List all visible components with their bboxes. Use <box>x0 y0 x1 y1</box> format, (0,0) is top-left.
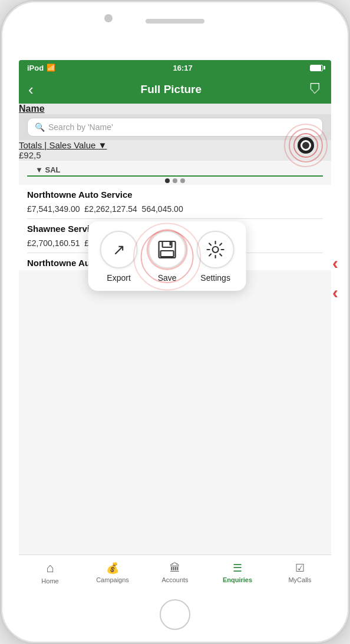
search-input-box[interactable]: 🔍 Search by 'Name' <box>27 118 323 137</box>
export-label: Export <box>107 273 130 283</box>
record-button[interactable] <box>298 137 314 154</box>
campaigns-nav-icon: 💰 <box>106 562 119 575</box>
status-time: 16:17 <box>173 64 192 72</box>
company-name-1: Northtowne Auto Service <box>19 185 331 202</box>
filter-button[interactable]: ⛉ <box>309 82 322 97</box>
mycalls-nav-icon: ☑ <box>295 562 305 575</box>
settings-button[interactable]: Settings <box>197 231 235 283</box>
value-preview: £92,5 <box>19 150 41 160</box>
volume-button <box>0 119 1 154</box>
search-icon: 🔍 <box>35 122 45 132</box>
company-values-1: £7,541,349.00 £2,262,127.54 564,045.00 <box>19 202 331 218</box>
nav-home[interactable]: ⌂ Home <box>19 555 81 590</box>
settings-label: Settings <box>200 273 230 283</box>
back-button[interactable]: ‹ <box>28 81 34 99</box>
phone-device: iPod 📶 16:17 ‹ Full Picture ⛉ Name <box>0 0 350 644</box>
save-button[interactable]: Save <box>148 231 186 283</box>
svg-point-4 <box>213 247 219 253</box>
search-placeholder: Search by 'Name' <box>48 122 113 132</box>
app-header: ‹ Full Picture ⛉ <box>19 75 331 104</box>
nav-enquiries[interactable]: ☰ Enquiries <box>206 555 269 590</box>
name-label: Name <box>19 104 45 114</box>
enquiries-nav-label: Enquiries <box>223 576 252 583</box>
nav-campaigns[interactable]: 💰 Campaigns <box>81 555 144 590</box>
sales-value-label: Sales Value <box>49 140 95 150</box>
swipe-arrow-2[interactable]: ‹ <box>332 284 338 301</box>
bottom-navigation: ⌂ Home 💰 Campaigns 🏛 Accounts ☰ Enquirie… <box>19 555 331 590</box>
battery-fill <box>311 65 321 71</box>
svg-rect-3 <box>170 241 171 245</box>
save-icon <box>157 239 178 260</box>
accounts-nav-label: Accounts <box>161 576 188 583</box>
status-bar: iPod 📶 16:17 <box>19 60 331 75</box>
swipe-arrow-1[interactable]: ‹ <box>332 254 338 272</box>
mycalls-nav-label: MyCalls <box>288 576 311 583</box>
export-icon-wrap: ↗ <box>100 231 138 268</box>
enquiries-nav-icon: ☰ <box>233 562 242 575</box>
screen: iPod 📶 16:17 ‹ Full Picture ⛉ Name <box>19 60 331 590</box>
record-inner <box>301 140 311 151</box>
status-right <box>310 65 323 71</box>
save-icon-wrap <box>148 231 186 268</box>
dot-3[interactable] <box>180 178 185 183</box>
export-icon: ↗ <box>113 241 126 259</box>
device-name: iPod <box>27 64 44 72</box>
home-nav-label: Home <box>41 577 58 585</box>
settings-icon-wrap <box>197 231 235 268</box>
settings-icon <box>205 239 226 260</box>
svg-rect-2 <box>161 251 174 257</box>
phone-speaker <box>146 19 204 24</box>
export-button[interactable]: ↗ Export <box>100 231 138 283</box>
record-ripple-container <box>284 124 328 167</box>
battery-icon <box>310 65 323 71</box>
wifi-icon: 📶 <box>47 64 55 72</box>
dot-1[interactable] <box>165 178 170 183</box>
main-content: Name 🔍 Search by 'Name' Totals | Sales V… <box>19 104 331 555</box>
name-section: Name <box>19 104 331 114</box>
svg-rect-0 <box>159 241 176 258</box>
nav-accounts[interactable]: 🏛 Accounts <box>144 555 206 590</box>
totals-label: Totals | Sales Value ▼ <box>19 140 107 150</box>
totals-row: Totals | Sales Value ▼ <box>19 140 331 150</box>
accounts-nav-icon: 🏛 <box>170 562 180 575</box>
home-button[interactable] <box>160 599 190 630</box>
totals-arrow[interactable]: ▼ <box>98 140 107 150</box>
nav-mycalls[interactable]: ☑ MyCalls <box>269 555 331 590</box>
phone-camera <box>104 14 113 22</box>
pagination-dots <box>27 177 323 185</box>
home-nav-icon: ⌂ <box>46 560 54 576</box>
campaigns-nav-label: Campaigns <box>96 576 129 583</box>
dot-2[interactable] <box>173 178 177 183</box>
sal-row: ▼ SAL <box>27 163 323 177</box>
action-popup: ↗ Export Sa <box>88 221 246 291</box>
status-left: iPod 📶 <box>27 64 55 72</box>
sal-label: ▼ SAL <box>35 165 60 174</box>
save-label: Save <box>158 273 177 283</box>
page-title: Full Picture <box>141 83 202 96</box>
